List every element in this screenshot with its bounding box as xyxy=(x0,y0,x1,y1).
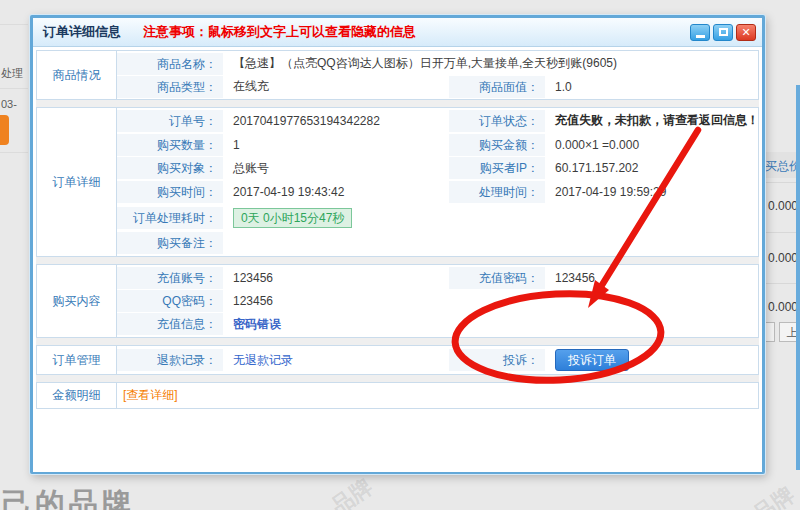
dialog-titlebar: 订单详细信息 注意事项：鼠标移到文字上可以查看隐藏的信息 ✕ xyxy=(33,18,762,47)
product-face-value: 1.0 xyxy=(545,80,758,94)
field-label: 充值账号： xyxy=(117,267,223,289)
product-name-value: 【急速】（点亮QQ咨询达人图标）日开万单,大量接单,全天秒到账(9605) xyxy=(223,55,758,72)
bg-bottom-heading-fragment: 己的品牌 xyxy=(2,484,134,510)
field-label: 处理时间： xyxy=(449,181,545,203)
qq-password-value: 123456 xyxy=(223,294,758,308)
field-label: 商品类型： xyxy=(117,76,223,98)
row-product-type: 商品类型： 在线充 商品面值： 1.0 xyxy=(117,75,758,98)
section-title: 订单管理 xyxy=(37,346,117,374)
elapsed-cell: 0天 0小时15分47秒 xyxy=(223,208,758,228)
section-amount-detail: 金额明细 [查看详细] xyxy=(36,382,759,409)
row-recharge-account: 充值账号： 123456 充值密码： 123456 xyxy=(117,266,758,289)
bg-row-line xyxy=(0,88,28,89)
watermark-text: 品牌 xyxy=(747,480,800,510)
dialog-content: 商品情况 商品名称： 【急速】（点亮QQ咨询达人图标）日开万单,大量接单,全天秒… xyxy=(33,47,762,472)
field-label: 购买时间： xyxy=(117,181,223,203)
maximize-icon xyxy=(719,28,728,36)
order-detail-dialog: 订单详细信息 注意事项：鼠标移到文字上可以查看隐藏的信息 ✕ 商品情况 商品名称… xyxy=(30,15,765,474)
dialog-title: 订单详细信息 xyxy=(33,23,121,41)
bg-orange-button-fragment xyxy=(0,115,9,145)
row-order-no: 订单号： 2017041977653194342282 订单状态： 充值失败，未… xyxy=(117,109,758,133)
order-no-value: 2017041977653194342282 xyxy=(223,114,449,128)
row-elapsed: 订单处理耗时： 0天 0小时15分47秒 xyxy=(117,204,758,232)
bg-table-value: 0.000 xyxy=(768,251,798,265)
maximize-button[interactable] xyxy=(713,24,733,41)
bg-table-value: 0.000 xyxy=(768,300,798,314)
row-target: 购买对象： 总账号 购买者IP： 60.171.157.202 xyxy=(117,156,758,180)
field-label: 购买金额： xyxy=(449,134,545,156)
view-detail-link[interactable]: [查看详细] xyxy=(117,387,758,404)
field-label: 订单状态： xyxy=(449,110,545,132)
row-amount-detail: [查看详细] xyxy=(117,384,758,407)
watermark-text: 品牌 xyxy=(325,472,378,510)
product-type-value: 在线充 xyxy=(223,78,449,95)
refund-record-value: 无退款记录 xyxy=(223,352,449,369)
row-qq-password: QQ密码： 123456 xyxy=(117,289,758,312)
bg-left-text-fragment: 03- xyxy=(1,98,17,110)
buy-time-value: 2017-04-19 19:43:42 xyxy=(223,185,449,199)
recharge-info-value: 密码错误 xyxy=(223,316,758,333)
field-label: 退款记录： xyxy=(117,349,223,371)
bg-table-line xyxy=(766,182,800,183)
section-gap xyxy=(36,338,759,345)
elapsed-badge: 0天 0小时15分47秒 xyxy=(233,208,352,228)
target-value: 总账号 xyxy=(223,160,449,177)
complaint-cell: 投诉订单 xyxy=(545,349,758,371)
process-time-value: 2017-04-19 19:59:29 xyxy=(545,185,758,199)
bg-pager-button-fragment xyxy=(764,322,775,342)
row-recharge-info: 充值信息： 密码错误 xyxy=(117,313,758,336)
section-title: 金额明细 xyxy=(37,383,117,408)
bg-table-value: 0.000 xyxy=(768,199,798,213)
field-label: QQ密码： xyxy=(117,290,223,312)
order-status-value: 充值失败，未扣款，请查看返回信息！ xyxy=(545,112,758,129)
field-label: 购买数量： xyxy=(117,134,223,156)
field-label: 购买备注： xyxy=(117,232,223,254)
section-title: 订单详细 xyxy=(37,108,117,256)
bg-row-line xyxy=(0,24,28,25)
minimize-icon xyxy=(696,35,705,38)
section-title: 购买内容 xyxy=(37,265,117,337)
section-gap xyxy=(36,375,759,382)
field-label: 订单号： xyxy=(117,110,223,132)
minimize-button[interactable] xyxy=(690,24,710,41)
row-manage: 退款记录： 无退款记录 投诉： 投诉订单 xyxy=(117,347,758,373)
amount-value: 0.000×1 =0.000 xyxy=(545,138,758,152)
quantity-value: 1 xyxy=(223,138,449,152)
section-title: 商品情况 xyxy=(37,51,117,99)
close-icon: ✕ xyxy=(741,27,750,38)
field-label: 商品名称： xyxy=(117,53,223,75)
row-quantity: 购买数量： 1 购买金额： 0.000×1 =0.000 xyxy=(117,133,758,157)
recharge-account-value: 123456 xyxy=(223,271,449,285)
dialog-notice: 注意事项：鼠标移到文字上可以查看隐藏的信息 xyxy=(143,23,416,41)
field-label: 商品面值： xyxy=(449,76,545,98)
section-gap xyxy=(36,257,759,264)
buyer-ip-value: 60.171.157.202 xyxy=(545,161,758,175)
bg-row-line xyxy=(0,152,28,153)
row-times: 购买时间： 2017-04-19 19:43:42 处理时间： 2017-04-… xyxy=(117,180,758,204)
field-label: 投诉： xyxy=(449,349,545,371)
complaint-order-button[interactable]: 投诉订单 xyxy=(555,349,629,371)
bg-table-line xyxy=(766,283,800,284)
section-manage: 订单管理 退款记录： 无退款记录 投诉： 投诉订单 xyxy=(36,345,759,375)
field-label: 充值密码： xyxy=(449,267,545,289)
section-gap xyxy=(36,100,759,107)
section-order: 订单详细 订单号： 2017041977653194342282 订单状态： 充… xyxy=(36,107,759,257)
window-controls: ✕ xyxy=(690,24,762,41)
bg-table-line xyxy=(766,232,800,233)
row-remark: 购买备注： xyxy=(117,231,758,255)
recharge-password-value: 123456 xyxy=(545,271,758,285)
row-product-name: 商品名称： 【急速】（点亮QQ咨询达人图标）日开万单,大量接单,全天秒到账(96… xyxy=(117,52,758,75)
field-label: 订单处理耗时： xyxy=(117,207,223,229)
field-label: 购买对象： xyxy=(117,157,223,179)
section-content: 购买内容 充值账号： 123456 充值密码： 123456 QQ密码： 123… xyxy=(36,264,759,338)
close-button[interactable]: ✕ xyxy=(736,24,756,41)
bg-panel-edge xyxy=(796,85,800,470)
page: 处理 03- 购买总价 0.000 0.000 0.000 上 己的品牌 品牌 … xyxy=(0,0,800,510)
field-label: 购买者IP： xyxy=(449,157,545,179)
section-product: 商品情况 商品名称： 【急速】（点亮QQ咨询达人图标）日开万单,大量接单,全天秒… xyxy=(36,50,759,100)
field-label: 充值信息： xyxy=(117,313,223,335)
bg-left-text-fragment: 处理 xyxy=(1,66,23,81)
